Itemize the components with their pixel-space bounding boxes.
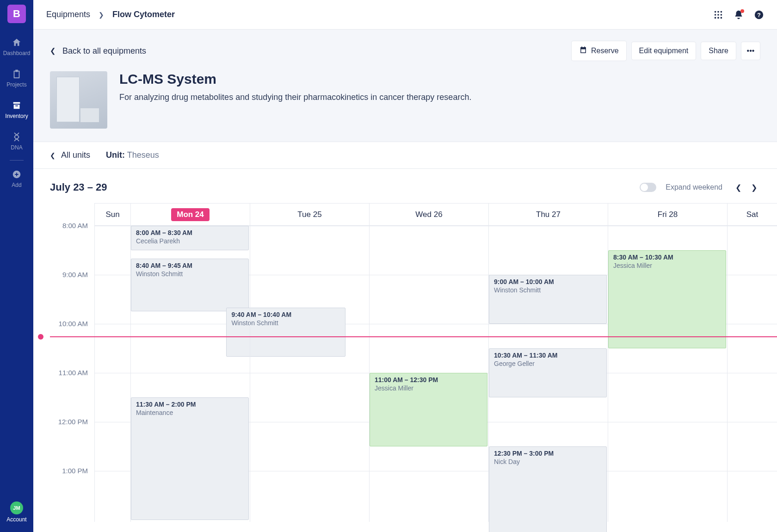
equipment-header: ❮ Back to all equipments Reserve Edit eq… (33, 30, 777, 142)
event-person: Cecelia Parekh (136, 237, 244, 245)
sidebar-item-label: DNA (11, 144, 22, 151)
calendar-day-column[interactable] (727, 226, 777, 522)
calendar-day-header[interactable]: Thu 27 (488, 204, 608, 225)
brand-logo[interactable]: B (7, 5, 26, 23)
edit-equipment-button[interactable]: Edit equipment (631, 42, 697, 60)
event-time: 8:30 AM – 10:30 AM (613, 254, 721, 261)
calendar-day-column[interactable] (250, 226, 369, 522)
prev-week-button[interactable]: ❮ (732, 181, 745, 194)
chevron-left-icon: ❮ (50, 47, 56, 55)
calendar-day-header[interactable]: Wed 26 (369, 204, 488, 225)
unit-prefix: Unit: (106, 150, 125, 160)
event-person: Jessica Miller (613, 262, 721, 269)
time-label: 9:00 AM (62, 271, 88, 278)
sidebar-item-inventory[interactable]: Inventory (0, 94, 33, 126)
calendar-day-column[interactable]: 8:00 AM – 8:30 AMCecelia Parekh8:40 AM –… (130, 226, 250, 522)
calendar-day-column[interactable] (94, 226, 130, 522)
calendar-event[interactable]: 11:30 AM – 2:00 PMMaintenance (131, 397, 249, 520)
calendar-day-header[interactable]: Mon 24 (130, 204, 250, 225)
calendar-day-column[interactable]: 11:00 AM – 12:30 PMJessica Miller (369, 226, 488, 522)
sidebar-item-add[interactable]: Add (0, 163, 33, 195)
more-actions-button[interactable]: ••• (741, 42, 760, 60)
calendar-event[interactable]: 10:30 AM – 11:30 AMGeorge Geller (489, 348, 607, 397)
event-person: Winston Schmitt (494, 286, 602, 294)
next-week-button[interactable]: ❯ (747, 181, 760, 194)
sidebar-item-label: Dashboard (3, 50, 31, 56)
plus-circle-icon (11, 169, 22, 180)
calendar-grid[interactable]: 8:00 AM – 8:30 AMCecelia Parekh8:40 AM –… (94, 226, 777, 522)
sidebar-separator (10, 160, 24, 161)
main: ❮ Back to all equipments Reserve Edit eq… (33, 30, 777, 532)
sidebar-item-label: Account (6, 516, 26, 523)
sidebar-item-label: Add (12, 182, 21, 188)
calendar-event[interactable]: 12:30 PM – 3:00 PMNick Day (489, 446, 607, 532)
dna-icon (11, 131, 22, 142)
expand-weekend-toggle[interactable] (640, 183, 656, 192)
clipboard-icon (11, 68, 22, 80)
svg-point-1 (715, 11, 716, 12)
time-label: 11:00 AM (59, 369, 88, 377)
event-time: 11:00 AM – 12:30 PM (375, 376, 482, 384)
box-icon (11, 100, 22, 111)
calendar-event[interactable]: 8:00 AM – 8:30 AMCecelia Parekh (131, 226, 249, 250)
button-label: Edit equipment (639, 47, 689, 55)
calendar-day-column[interactable]: 9:00 AM – 10:00 AMWinston Schmitt10:30 A… (488, 226, 608, 522)
event-time: 10:30 AM – 11:30 AM (494, 352, 602, 359)
calendar-day-header[interactable]: Fri 28 (608, 204, 727, 225)
event-person: Jessica Miller (375, 384, 482, 392)
sidebar-item-dna[interactable]: DNA (0, 126, 33, 157)
calendar-event[interactable]: 9:00 AM – 10:00 AMWinston Schmitt (489, 275, 607, 324)
event-person: Maintenance (136, 409, 244, 416)
share-button[interactable]: Share (701, 42, 736, 60)
sidebar-item-account[interactable]: JM Account (6, 501, 26, 532)
calendar-day-column[interactable]: 8:30 AM – 10:30 AMJessica Miller (608, 226, 727, 522)
event-person: George Geller (494, 360, 602, 367)
svg-point-5 (717, 14, 719, 16)
svg-point-3 (721, 11, 722, 12)
time-label: 8:00 AM (62, 222, 88, 229)
svg-point-4 (715, 14, 716, 16)
time-label: 10:00 AM (59, 320, 88, 328)
svg-point-9 (721, 17, 722, 19)
apps-grid-icon[interactable] (713, 10, 723, 20)
svg-point-8 (717, 17, 719, 19)
calendar-toolbar: July 23 – 29 Expand weekend ❮ ❯ (33, 169, 777, 203)
unit-bar: ❮ All units Unit: Theseus (33, 142, 777, 169)
svg-point-7 (715, 17, 716, 19)
avatar: JM (10, 501, 23, 514)
help-icon[interactable]: ? (754, 10, 764, 20)
event-time: 8:00 AM – 8:30 AM (136, 229, 244, 236)
all-units-link[interactable]: ❮ All units (50, 150, 90, 160)
sidebar-item-label: Inventory (5, 113, 28, 119)
calendar-event[interactable]: 8:30 AM – 10:30 AMJessica Miller (608, 250, 726, 348)
calendar-icon (579, 46, 587, 56)
calendar-day-header[interactable]: Sat (727, 204, 777, 225)
breadcrumb: Equipments ❯ Flow Cytometer (46, 10, 175, 19)
event-time: 8:40 AM – 9:45 AM (136, 262, 244, 269)
sidebar-item-projects[interactable]: Projects (0, 63, 33, 94)
calendar: SunMon 24Tue 25Wed 26Thu 27Fri 28Sat 8:0… (50, 203, 777, 522)
calendar-event[interactable]: 11:00 AM – 12:30 PMJessica Miller (370, 373, 487, 446)
sidebar-item-label: Projects (6, 81, 26, 88)
reserve-button[interactable]: Reserve (571, 41, 627, 61)
calendar-day-header[interactable]: Sun (94, 204, 130, 225)
sidebar-item-dashboard[interactable]: Dashboard (0, 31, 33, 63)
equipment-photo (50, 71, 107, 129)
button-label: Reserve (591, 47, 619, 55)
button-label: Share (709, 47, 728, 55)
time-label: 1:00 PM (62, 467, 88, 475)
calendar-day-header[interactable]: Tue 25 (250, 204, 369, 225)
back-to-equipments-link[interactable]: ❮ Back to all equipments (50, 46, 146, 56)
bell-icon[interactable] (734, 10, 744, 20)
notification-dot (740, 9, 744, 13)
expand-weekend-label: Expand weekend (666, 183, 722, 192)
ellipsis-icon: ••• (747, 47, 755, 55)
breadcrumb-leaf: Flow Cytometer (112, 10, 175, 19)
svg-point-2 (717, 11, 719, 12)
back-label: Back to all equipments (62, 46, 146, 56)
svg-text:?: ? (757, 11, 761, 18)
breadcrumb-root[interactable]: Equipments (46, 10, 90, 19)
calendar-event[interactable]: 8:40 AM – 9:45 AMWinston Schmitt (131, 259, 249, 311)
unit-label: Unit: Theseus (106, 150, 159, 160)
calendar-day-headers: SunMon 24Tue 25Wed 26Thu 27Fri 28Sat (94, 204, 777, 226)
